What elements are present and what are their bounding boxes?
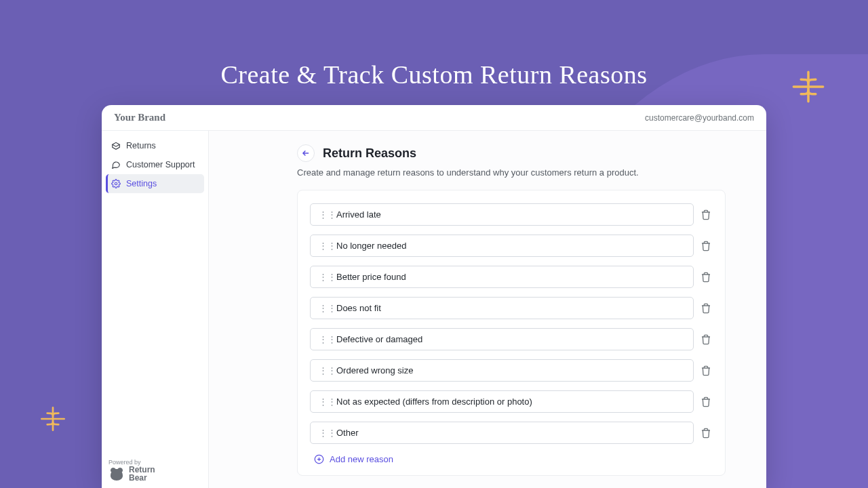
- reason-row: ⋮⋮Does not fit: [310, 295, 713, 321]
- sidebar-item-label: Customer Support: [126, 160, 195, 169]
- account-email: customercare@yourband.com: [645, 113, 754, 123]
- reason-text: Does not fit: [336, 303, 381, 313]
- gear-icon: [111, 179, 121, 188]
- app-window: Your Brand customercare@yourband.com Ret…: [102, 105, 766, 488]
- reason-input[interactable]: ⋮⋮Does not fit: [310, 297, 694, 319]
- delete-reason-button[interactable]: [701, 209, 713, 220]
- svg-point-0: [115, 182, 117, 185]
- reason-text: Ordered wrong size: [336, 365, 413, 375]
- sidebar: Returns Customer Support Settings Powere…: [102, 131, 209, 488]
- trash-icon: [701, 209, 711, 220]
- delete-reason-button[interactable]: [701, 334, 713, 345]
- reason-input[interactable]: ⋮⋮No longer needed: [310, 235, 694, 257]
- delete-reason-button[interactable]: [701, 272, 713, 283]
- trash-icon: [701, 365, 711, 376]
- delete-reason-button[interactable]: [701, 365, 713, 376]
- reason-row: ⋮⋮No longer needed: [310, 232, 713, 259]
- reason-row: ⋮⋮Not as expected (differs from descript…: [310, 388, 713, 415]
- drag-handle-icon[interactable]: ⋮⋮: [319, 365, 330, 375]
- trash-icon: [701, 334, 711, 345]
- reason-text: Arrived late: [336, 209, 381, 220]
- plus-circle-icon: [314, 454, 324, 464]
- sidebar-item-customer-support[interactable]: Customer Support: [106, 155, 204, 174]
- page-title: Return Reasons: [323, 146, 416, 161]
- trash-icon: [701, 428, 711, 439]
- delete-reason-button[interactable]: [701, 241, 713, 251]
- reason-row: ⋮⋮Other: [310, 420, 713, 446]
- delete-reason-button[interactable]: [701, 396, 713, 407]
- topbar: Your Brand customercare@yourband.com: [102, 105, 766, 131]
- reason-row: ⋮⋮Ordered wrong size: [310, 357, 713, 384]
- reason-text: No longer needed: [336, 241, 406, 251]
- drag-handle-icon[interactable]: ⋮⋮: [319, 272, 330, 282]
- box-return-icon: [111, 141, 121, 150]
- trash-icon: [701, 303, 711, 314]
- arrow-left-icon: [301, 148, 311, 158]
- reason-input[interactable]: ⋮⋮Defective or damaged: [310, 328, 694, 350]
- add-reason-label: Add new reason: [330, 454, 393, 464]
- drag-handle-icon[interactable]: ⋮⋮: [319, 428, 330, 438]
- drag-handle-icon[interactable]: ⋮⋮: [319, 209, 330, 220]
- reason-text: Defective or damaged: [336, 334, 422, 344]
- drag-handle-icon[interactable]: ⋮⋮: [319, 303, 330, 313]
- hero-title: Create & Track Custom Return Reasons: [0, 60, 868, 89]
- chat-icon: [111, 160, 121, 169]
- reason-row: ⋮⋮Defective or damaged: [310, 326, 713, 352]
- brand-name: Your Brand: [114, 112, 165, 123]
- returnbear-logo-icon: [108, 466, 125, 481]
- sidebar-item-label: Settings: [126, 179, 157, 188]
- reason-text: Better price found: [336, 272, 406, 282]
- reasons-card: ⋮⋮Arrived late⋮⋮No longer needed⋮⋮Better…: [297, 190, 726, 476]
- drag-handle-icon[interactable]: ⋮⋮: [319, 396, 330, 407]
- reason-input[interactable]: ⋮⋮Other: [310, 422, 694, 444]
- sidebar-item-settings[interactable]: Settings: [106, 174, 204, 193]
- drag-handle-icon[interactable]: ⋮⋮: [319, 334, 330, 344]
- star-decoration-icon: [39, 405, 66, 432]
- reason-input[interactable]: ⋮⋮Better price found: [310, 266, 694, 288]
- drag-handle-icon[interactable]: ⋮⋮: [319, 241, 330, 251]
- reason-row: ⋮⋮Better price found: [310, 264, 713, 290]
- delete-reason-button[interactable]: [701, 303, 713, 314]
- reason-text: Not as expected (differs from descriptio…: [336, 396, 532, 407]
- reason-input[interactable]: ⋮⋮Arrived late: [310, 203, 694, 226]
- main-content: Return Reasons Create and manage return …: [209, 131, 766, 488]
- reason-input[interactable]: ⋮⋮Not as expected (differs from descript…: [310, 390, 694, 413]
- add-reason-button[interactable]: Add new reason: [310, 454, 713, 464]
- trash-icon: [701, 272, 711, 283]
- delete-reason-button[interactable]: [701, 428, 713, 439]
- reason-input[interactable]: ⋮⋮Ordered wrong size: [310, 359, 694, 382]
- sidebar-item-returns[interactable]: Returns: [106, 136, 204, 155]
- trash-icon: [701, 241, 711, 251]
- powered-by: Powered by ReturnBear: [106, 453, 204, 483]
- back-button[interactable]: [297, 144, 315, 162]
- sidebar-item-label: Returns: [126, 141, 156, 150]
- reason-row: ⋮⋮Arrived late: [310, 201, 713, 228]
- page-description: Create and manage return reasons to unde…: [297, 167, 726, 178]
- trash-icon: [701, 396, 711, 407]
- reason-text: Other: [336, 428, 359, 438]
